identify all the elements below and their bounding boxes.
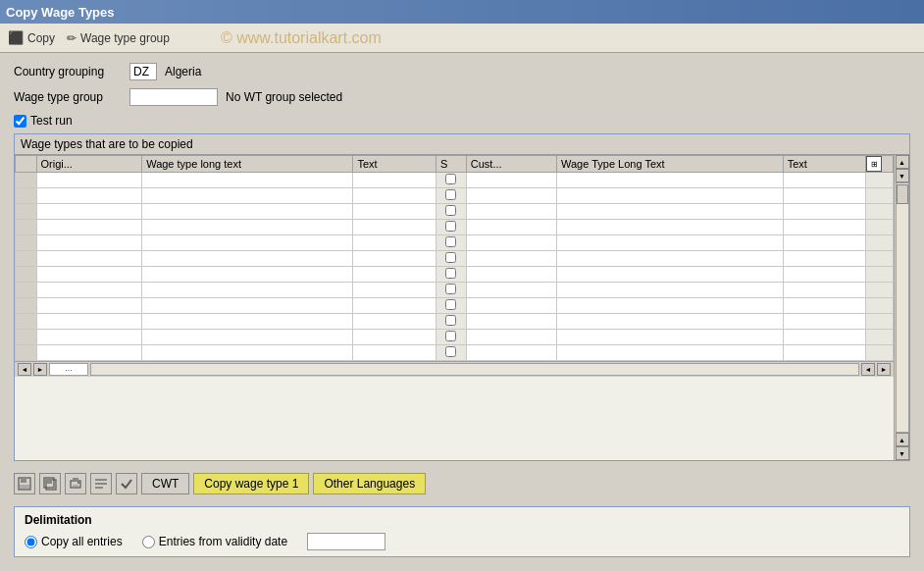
table-row — [16, 330, 894, 345]
svg-rect-11 — [95, 483, 107, 485]
toolbar: ⬛ Copy ✏ Wage type group © www.tutorialk… — [0, 24, 924, 53]
find-icon — [94, 477, 108, 491]
other-languages-button[interactable]: Other Languages — [313, 473, 426, 494]
country-grouping-input[interactable] — [129, 63, 157, 80]
scroll-up-btn2[interactable]: ▲ — [896, 433, 909, 446]
cell-s-checkbox[interactable] — [445, 205, 456, 216]
delimitation-title: Delimitation — [25, 513, 899, 527]
cell-s-checkbox[interactable] — [445, 189, 456, 200]
main-window: Copy Wage Types ⬛ Copy ✏ Wage type group… — [0, 0, 924, 571]
svg-rect-1 — [21, 478, 26, 483]
toolbar-copy-label: Copy — [27, 31, 55, 45]
cell-s-checkbox[interactable] — [445, 268, 456, 279]
col-text-header: Text — [353, 156, 436, 173]
table-row — [16, 267, 894, 283]
pencil-icon: ✏ — [67, 31, 77, 45]
wage-type-group-input[interactable] — [129, 88, 218, 106]
action-bar: CWT Copy wage type 1 Other Languages — [14, 467, 910, 500]
svg-rect-7 — [73, 478, 78, 481]
validity-date-input[interactable] — [307, 533, 385, 550]
col-cust-header: Cust... — [466, 156, 556, 173]
other-languages-label: Other Languages — [324, 477, 415, 491]
table-row — [16, 283, 894, 298]
wage-types-table: Origi... Wage type long text Text S Cust… — [15, 155, 894, 361]
wage-type-group-row: Wage type group No WT group selected — [14, 88, 910, 106]
cell-s-checkbox[interactable] — [445, 174, 456, 184]
svg-rect-12 — [95, 487, 103, 489]
table-row — [16, 173, 894, 188]
cell-s-checkbox[interactable] — [445, 331, 456, 341]
table-row — [16, 251, 894, 267]
grid-icon[interactable]: ⊞ — [866, 156, 882, 172]
hscroll-left-btn2[interactable]: ◄ — [861, 363, 875, 376]
icon-btn-1[interactable] — [14, 473, 35, 494]
cell-long[interactable] — [142, 173, 353, 188]
table-row — [16, 314, 894, 330]
icon-btn-3[interactable] — [65, 473, 86, 494]
scroll-up-btn[interactable]: ▲ — [896, 155, 909, 169]
country-grouping-row: Country grouping Algeria — [14, 63, 910, 80]
wage-type-group-value: No WT group selected — [226, 90, 342, 104]
table-row — [16, 220, 894, 235]
hscroll-right-btn2[interactable]: ► — [33, 363, 47, 376]
svg-rect-5 — [46, 480, 52, 484]
country-grouping-label: Country grouping — [14, 65, 122, 78]
cell-text[interactable] — [353, 173, 436, 188]
cell-s-checkbox[interactable] — [445, 299, 456, 310]
cell-s-checkbox[interactable] — [445, 284, 456, 294]
entries-validity-option[interactable]: Entries from validity date — [142, 535, 287, 548]
multi-save-icon — [43, 477, 57, 491]
table-row — [16, 188, 894, 204]
icon-btn-4[interactable] — [90, 473, 112, 494]
cell-text2[interactable] — [783, 173, 866, 188]
svg-rect-10 — [95, 479, 107, 481]
title-bar: Copy Wage Types — [0, 0, 924, 24]
cell-s-checkbox[interactable] — [445, 252, 456, 263]
cell-s-checkbox[interactable] — [445, 221, 456, 232]
delimitation-row: Copy all entries Entries from validity d… — [25, 533, 899, 550]
test-run-label: Test run — [30, 114, 73, 128]
entries-validity-radio[interactable] — [142, 536, 155, 548]
hscroll-dots[interactable]: ··· — [49, 363, 88, 376]
toolbar-wg-label: Wage type group — [80, 31, 170, 45]
cell-s-checkbox[interactable] — [445, 346, 456, 357]
copy-wage-type-button[interactable]: Copy wage type 1 — [193, 473, 309, 494]
cell-wlong[interactable] — [557, 173, 784, 188]
cell-cust[interactable] — [466, 173, 556, 188]
svg-rect-8 — [73, 485, 78, 487]
icon-btn-2[interactable] — [39, 473, 61, 494]
col-s-header: S — [436, 156, 467, 173]
cwt-label: CWT — [152, 477, 179, 491]
scroll-down-btn2[interactable]: ▼ — [896, 446, 909, 460]
copy-all-option[interactable]: Copy all entries — [25, 535, 123, 548]
country-grouping-value: Algeria — [165, 65, 201, 78]
hscroll-right-btn3[interactable]: ► — [877, 363, 891, 376]
cell-s-checkbox[interactable] — [445, 236, 456, 247]
wage-types-table-section: Wage types that are to be copied Origi..… — [14, 133, 910, 461]
copy-all-radio[interactable] — [25, 536, 37, 548]
scroll-down-btn[interactable]: ▼ — [896, 169, 909, 182]
toolbar-wage-type-group[interactable]: ✏ Wage type group — [67, 31, 170, 45]
entries-validity-label: Entries from validity date — [159, 535, 287, 548]
vertical-scrollbar: ▲ ▼ ▲ ▼ — [894, 155, 909, 460]
cwt-button[interactable]: CWT — [141, 473, 189, 494]
svg-rect-2 — [20, 485, 29, 489]
check-icon — [120, 477, 133, 491]
scroll-track — [896, 182, 909, 433]
scroll-thumb[interactable] — [897, 184, 908, 204]
cell-s-checkbox[interactable] — [445, 315, 456, 326]
toolbar-copy[interactable]: ⬛ Copy — [8, 30, 55, 45]
copy-all-label: Copy all entries — [41, 535, 123, 548]
col-long-header: Wage type long text — [142, 156, 353, 173]
col-grid-header: ⊞ — [866, 156, 894, 173]
hscroll-track — [90, 363, 859, 376]
hscroll-left-btn[interactable]: ◄ — [18, 363, 31, 376]
horizontal-scrollbar: ◄ ► ··· ◄ ► — [15, 361, 894, 377]
main-content: Country grouping Algeria Wage type group… — [0, 53, 924, 571]
print-icon — [69, 477, 82, 491]
test-run-checkbox[interactable] — [14, 115, 26, 128]
icon-btn-5[interactable] — [116, 473, 137, 494]
table-row — [16, 204, 894, 220]
svg-point-9 — [77, 482, 79, 484]
cell-orig[interactable] — [36, 173, 142, 188]
